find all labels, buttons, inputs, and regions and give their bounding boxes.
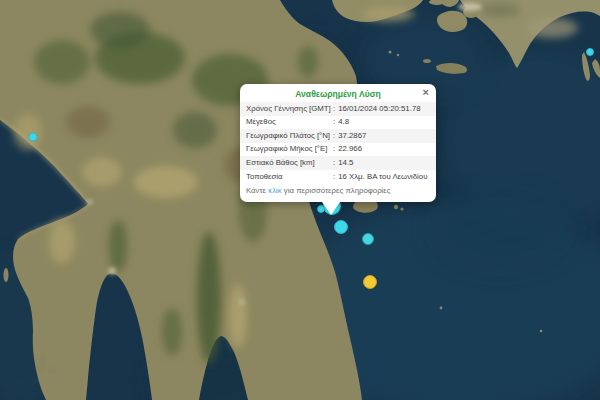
detail-row-latitude: Γεωγραφικό Πλάτος [°N] : 37.2867 bbox=[240, 129, 436, 143]
detail-label: Εστιακό Βάθος [km] bbox=[246, 159, 333, 167]
detail-label: Γεωγραφικό Πλάτος [°N] bbox=[246, 132, 333, 140]
popup-details: Χρόνος Γέννησης [GMT] : 16/01/2024 05:20… bbox=[240, 102, 436, 184]
epicenter-3[interactable] bbox=[363, 234, 374, 245]
detail-row-location: Τοποθεσία : 16 Χλμ. ΒΑ του Λεωνιδίου bbox=[240, 170, 436, 184]
detail-value: 37.2867 bbox=[338, 132, 366, 140]
detail-value: 14.5 bbox=[338, 159, 353, 167]
map-container: × Αναθεωρημένη Λύση Χρόνος Γέννησης [GMT… bbox=[0, 0, 600, 400]
popup-tail bbox=[322, 202, 340, 215]
detail-label: Χρόνος Γέννησης [GMT] bbox=[246, 105, 333, 113]
detail-label: Μέγεθος bbox=[246, 118, 333, 126]
detail-row-depth: Εστιακό Βάθος [km] : 14.5 bbox=[240, 156, 436, 170]
detail-value: 4.8 bbox=[338, 118, 349, 126]
epicenter-west[interactable] bbox=[29, 133, 37, 141]
detail-value: 22.966 bbox=[338, 145, 362, 153]
more-info-link[interactable]: κλικ bbox=[268, 186, 281, 195]
detail-value: 16 Χλμ. ΒΑ του Λεωνιδίου bbox=[338, 173, 427, 181]
epicenter-yellow[interactable] bbox=[364, 276, 377, 289]
close-icon[interactable]: × bbox=[423, 87, 429, 98]
detail-row-origin-time: Χρόνος Γέννησης [GMT] : 16/01/2024 05:20… bbox=[240, 102, 436, 116]
detail-row-magnitude: Μέγεθος : 4.8 bbox=[240, 116, 436, 130]
detail-label: Γεωγραφικό Μήκος [°E] bbox=[246, 145, 333, 153]
epicenter-2[interactable] bbox=[335, 221, 348, 234]
popup-title: Αναθεωρημένη Λύση bbox=[240, 84, 436, 102]
popup-footer: Κάντε κλικ για περισσότερες πληροφορίες bbox=[240, 184, 436, 202]
detail-label: Τοποθεσία bbox=[246, 173, 333, 181]
info-popup: × Αναθεωρημένη Λύση Χρόνος Γέννησης [GMT… bbox=[240, 84, 436, 202]
detail-row-longitude: Γεωγραφικό Μήκος [°E] : 22.966 bbox=[240, 143, 436, 157]
epicenter-northeast[interactable] bbox=[587, 49, 594, 56]
detail-value: 16/01/2024 05:20:51.78 bbox=[338, 105, 420, 113]
